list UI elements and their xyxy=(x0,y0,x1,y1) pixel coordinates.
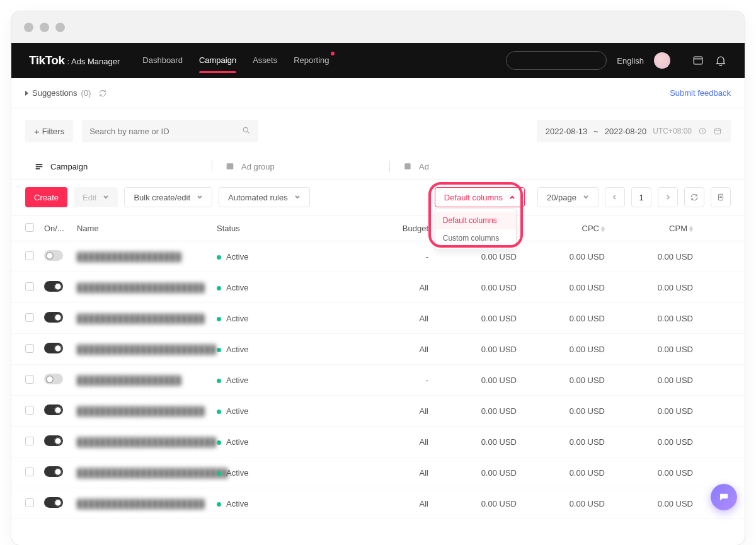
row-toggle[interactable] xyxy=(44,435,63,446)
row-name: ██████████████████ xyxy=(77,376,181,385)
row-cost: 0.00 USD xyxy=(442,437,530,447)
brand: TikTok : Ads Manager xyxy=(29,54,120,67)
table-row[interactable]: ██████████████████████ActiveAll0.00 USD0… xyxy=(11,303,745,334)
table-row[interactable]: ██████████████████████ActiveAll0.00 USD0… xyxy=(11,396,745,427)
row-toggle[interactable] xyxy=(44,404,63,415)
row-cpc: 0.00 USD xyxy=(530,376,619,385)
table-row[interactable]: ████████████████████████ActiveAll0.00 US… xyxy=(11,334,745,365)
suggestions-toggle[interactable]: Suggestions (0) xyxy=(25,88,107,98)
row-cpm: 0.00 USD xyxy=(619,468,707,478)
window-title-bar xyxy=(11,11,745,43)
rows-per-page-select[interactable]: 20/page xyxy=(537,187,598,207)
col-name[interactable]: Name xyxy=(77,224,217,233)
row-checkbox[interactable] xyxy=(25,437,34,445)
row-checkbox[interactable] xyxy=(25,375,34,384)
row-cpm: 0.00 USD xyxy=(619,437,707,447)
row-budget: All xyxy=(360,468,442,478)
columns-button[interactable]: Default columns xyxy=(435,187,525,207)
row-status: Active xyxy=(217,314,360,323)
brand-main: TikTok xyxy=(29,54,64,67)
tab-adgroup[interactable]: Ad group xyxy=(203,154,379,179)
row-toggle[interactable] xyxy=(44,466,63,477)
columns-option-custom[interactable]: Custom columns xyxy=(435,229,516,247)
row-toggle[interactable] xyxy=(44,250,63,261)
bell-icon[interactable] xyxy=(714,54,727,67)
col-status[interactable]: Status xyxy=(217,224,360,233)
col-cpc[interactable]: CPC xyxy=(530,224,619,233)
account-search[interactable] xyxy=(506,51,607,70)
row-checkbox[interactable] xyxy=(25,406,34,415)
row-toggle[interactable] xyxy=(44,343,63,353)
refresh-icon[interactable] xyxy=(98,89,107,98)
row-checkbox[interactable] xyxy=(25,251,34,260)
avatar[interactable] xyxy=(654,52,670,69)
row-budget: All xyxy=(360,283,442,292)
table-row[interactable]: ██████████████████████████ActiveAll0.00 … xyxy=(11,457,745,488)
row-status: Active xyxy=(217,406,360,416)
current-page[interactable]: 1 xyxy=(631,187,651,207)
nav-link-campaign[interactable]: Campaign xyxy=(199,43,236,78)
tab-ad[interactable]: Ad xyxy=(381,154,557,179)
language-selector[interactable]: English xyxy=(617,56,644,66)
row-toggle[interactable] xyxy=(44,281,63,292)
svg-point-1 xyxy=(243,127,248,132)
next-page-button[interactable] xyxy=(658,187,678,207)
columns-dropdown: Default columns Custom columns xyxy=(435,209,517,250)
row-toggle[interactable] xyxy=(44,312,63,323)
suggestions-label: Suggestions xyxy=(32,88,77,98)
row-cpm: 0.00 USD xyxy=(619,406,707,416)
col-onoff[interactable]: On/... xyxy=(44,224,77,233)
nav-link-reporting[interactable]: Reporting xyxy=(294,43,329,78)
table-row[interactable]: ██████████████████Active-0.00 USD0.00 US… xyxy=(11,241,745,272)
search-icon xyxy=(242,126,251,137)
inbox-icon[interactable] xyxy=(692,54,704,67)
row-status: Active xyxy=(217,499,360,508)
col-cpm[interactable]: CPM xyxy=(619,224,707,233)
bulk-create-edit-button[interactable]: Bulk create/edit xyxy=(124,187,212,207)
row-budget: All xyxy=(360,406,442,416)
row-cpm: 0.00 USD xyxy=(619,376,707,385)
row-cost: 0.00 USD xyxy=(442,345,530,354)
columns-option-default[interactable]: Default columns xyxy=(435,212,516,229)
export-button[interactable] xyxy=(711,187,731,207)
row-cost: 0.00 USD xyxy=(442,406,530,416)
row-cpc: 0.00 USD xyxy=(530,345,619,354)
tab-campaign[interactable]: Campaign xyxy=(25,154,202,179)
automated-rules-button[interactable]: Automated rules xyxy=(219,187,310,207)
row-budget: All xyxy=(360,499,442,508)
row-checkbox[interactable] xyxy=(25,282,34,291)
row-toggle[interactable] xyxy=(44,374,63,384)
svg-rect-5 xyxy=(404,163,410,169)
date-range-picker[interactable]: 2022-08-13 ~ 2022-08-20 UTC+08:00 xyxy=(537,120,731,142)
table-row[interactable]: ██████████████████████ActiveAll0.00 USD0… xyxy=(11,272,745,303)
table-row[interactable]: ██████████████████Active-0.00 USD0.00 US… xyxy=(11,365,745,396)
edit-button[interactable]: Edit xyxy=(74,187,118,207)
row-checkbox[interactable] xyxy=(25,313,34,322)
row-cpm: 0.00 USD xyxy=(619,283,707,292)
prev-page-button[interactable] xyxy=(605,187,625,207)
row-toggle[interactable] xyxy=(44,497,63,508)
brand-sub: : Ads Manager xyxy=(67,57,120,66)
row-cost: 0.00 USD xyxy=(442,314,530,323)
row-status: Active xyxy=(217,468,360,478)
chat-bubble-button[interactable] xyxy=(711,484,737,510)
select-all-checkbox[interactable] xyxy=(25,223,34,232)
nav-link-assets[interactable]: Assets xyxy=(253,43,277,78)
create-button[interactable]: Create xyxy=(25,187,67,207)
table-row[interactable]: ████████████████████████ActiveAll0.00 US… xyxy=(11,427,745,457)
search-input-wrap[interactable] xyxy=(82,120,258,142)
row-checkbox[interactable] xyxy=(25,468,34,476)
window-dot xyxy=(55,23,65,32)
row-status: Active xyxy=(217,345,360,354)
refresh-button[interactable] xyxy=(684,187,704,207)
filters-button[interactable]: + Filters xyxy=(25,120,73,142)
nav-link-dashboard[interactable]: Dashboard xyxy=(142,43,183,78)
search-input[interactable] xyxy=(89,127,242,136)
row-checkbox[interactable] xyxy=(25,498,34,507)
col-budget[interactable]: Budget xyxy=(360,224,442,233)
row-checkbox[interactable] xyxy=(25,344,34,353)
row-budget: All xyxy=(360,314,442,323)
row-name: ██████████████████████ xyxy=(77,314,205,323)
table-row[interactable]: ██████████████████████ActiveAll0.00 USD0… xyxy=(11,488,745,519)
submit-feedback-link[interactable]: Submit feedback xyxy=(670,88,731,98)
